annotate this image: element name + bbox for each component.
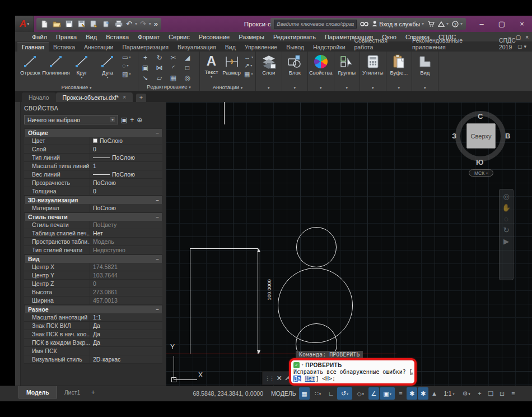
scroll-up-icon[interactable]: ▲ <box>410 370 413 376</box>
ribbon-tab[interactable]: Главная <box>17 42 49 52</box>
property-row[interactable]: Центр Y 103.7644 <box>24 271 162 280</box>
scale-tool-icon[interactable]: ▱ <box>157 74 162 82</box>
chevron-down-icon[interactable]: ▾ <box>301 363 304 367</box>
toolbar-more-icon[interactable]: » <box>154 20 158 29</box>
viewcube-north[interactable]: С <box>478 112 483 121</box>
show-motion-icon[interactable]: ▶ <box>503 238 509 245</box>
menu-item[interactable]: Файл <box>27 32 52 42</box>
property-row[interactable]: Масштаб аннотаций 1:1 <box>24 313 162 322</box>
panel-title-annotation[interactable]: Аннотации ▾ <box>200 84 255 91</box>
orbit-icon[interactable]: ↻ <box>503 226 510 234</box>
property-row[interactable]: Цвет ПоСлою <box>24 137 162 145</box>
hardware-acceleration-icon[interactable]: ⊡ ▾ <box>497 387 507 400</box>
viewcube-south[interactable]: Ю <box>476 158 483 166</box>
utilities-panel-button[interactable]: Утилиты▾ <box>360 52 386 91</box>
layers-panel-button[interactable]: Слои▾ <box>256 52 282 91</box>
ellipse-tool-icon[interactable]: ◌ ▾ <box>122 62 130 70</box>
close-icon[interactable]: × <box>277 373 282 383</box>
menu-item[interactable]: Сервис <box>164 32 194 42</box>
command-check-icon[interactable]: ✓ <box>293 362 300 368</box>
menu-item[interactable]: Вставка <box>101 32 133 42</box>
drawing-canvas[interactable]: 100.0000 Y X С З В Ю Сверху МСК▾ ◎✋◌↻▶ К… <box>166 102 532 386</box>
ribbon-tab[interactable]: Вид <box>221 43 240 52</box>
property-row[interactable]: Тип стилей печати Недоступно <box>24 246 162 254</box>
fillet-tool-icon[interactable]: ◜ <box>172 64 175 72</box>
dimension-tool-button[interactable]: Размер <box>221 54 242 76</box>
print-icon[interactable] <box>114 20 123 29</box>
minimize-button[interactable]: – <box>472 16 492 32</box>
panel-title-draw[interactable]: Рисование ▾ <box>15 84 138 91</box>
close-button[interactable]: × <box>512 16 532 32</box>
undo-icon[interactable]: ↶ <box>126 20 132 29</box>
grid-display-icon[interactable]: ▦ ▾ <box>299 387 310 400</box>
model-space-tab[interactable]: Модель <box>18 386 57 399</box>
maximize-button[interactable]: ▢ <box>492 16 512 32</box>
ribbon-tab[interactable]: Совместная работа <box>350 36 408 52</box>
annotation-scale-flag-icon[interactable]: ▲ ▾ <box>429 387 440 400</box>
explode-tool-icon[interactable]: □ <box>185 64 189 72</box>
chevron-down-icon[interactable]: ▾ <box>135 21 137 26</box>
option-no[interactable]: Нет <box>305 376 316 382</box>
property-row[interactable]: Пространство табли... Модель <box>24 238 162 246</box>
properties-panel-button[interactable]: Свойства▾ <box>308 52 334 91</box>
palette-grip[interactable] <box>15 102 21 386</box>
rectangle-tool-icon[interactable]: ▭ ▾ <box>122 54 130 61</box>
plot-icon[interactable] <box>89 20 99 29</box>
clipboard-panel-button[interactable]: Буфе...▾ <box>386 52 413 91</box>
status-menu-icon[interactable]: ≡ ▾ <box>508 387 519 400</box>
property-row[interactable]: ПСК в каждом Вэкр... Да <box>24 339 162 347</box>
save-icon[interactable] <box>64 20 74 29</box>
menu-item[interactable]: Рисование <box>194 32 234 42</box>
quick-select-icon[interactable]: ⊕ <box>137 116 142 124</box>
property-row[interactable]: Стиль печати ПоЦвету <box>24 221 162 229</box>
property-row[interactable]: Ширина 457.0013 <box>24 296 162 305</box>
wcs-menu-button[interactable]: МСК▾ <box>469 169 493 177</box>
property-row[interactable]: Таблица стилей печ... Нет <box>24 229 162 238</box>
layout-tab[interactable]: Лист1 <box>57 386 88 399</box>
viewcube-west[interactable]: З <box>452 132 456 140</box>
property-row[interactable]: Центр X 174.5821 <box>24 263 162 271</box>
chevron-down-icon[interactable]: ▾ <box>149 21 151 26</box>
isolate-objects-icon[interactable]: ❏ ▾ <box>486 387 496 400</box>
ribbon-tab[interactable]: Параметризация <box>118 43 174 52</box>
groups-panel-button[interactable]: Группы▾ <box>334 52 361 91</box>
rotate-tool-icon[interactable]: ↻ <box>156 54 162 62</box>
space-toggle-button[interactable]: МОДЕЛЬ <box>268 386 300 401</box>
menu-item[interactable]: Правка <box>52 32 81 42</box>
dimension-style-icon[interactable]: ↔ ▾ <box>244 54 253 61</box>
property-row[interactable]: Знак ПСК в нач. коо... Да <box>24 330 162 339</box>
a360-connect-icon[interactable]: ▾ <box>438 21 449 27</box>
block-panel-button[interactable]: Блок▾ <box>282 52 309 91</box>
menu-item[interactable]: Редактировать <box>269 32 320 42</box>
ribbon-tab[interactable]: Надстройки <box>309 43 350 52</box>
annotation-scale-button[interactable]: 1:1 ▾ <box>440 387 458 400</box>
property-row[interactable]: Масштаб типа линий 1 <box>24 162 162 170</box>
drawn-line[interactable] <box>224 102 225 124</box>
drawn-rectangle[interactable] <box>190 248 258 354</box>
menu-item[interactable]: Вид <box>81 32 101 42</box>
ribbon-tab[interactable]: Вывод <box>282 43 309 52</box>
clean-screen-icon[interactable]: + ▾ <box>474 387 485 400</box>
file-tab-start[interactable]: Начало <box>22 92 56 102</box>
help-icon[interactable]: ?▾ <box>452 21 463 27</box>
viewcube-top-face[interactable]: Сверху <box>466 123 496 149</box>
lineweight-icon[interactable]: ≡ ▾ <box>395 387 406 400</box>
move-tool-icon[interactable]: + <box>143 54 147 62</box>
ribbon-tab[interactable]: Аннотации <box>80 43 118 52</box>
snap-mode-icon[interactable]: ∷ ▾ <box>310 387 325 400</box>
menu-item[interactable]: Формат <box>133 32 164 42</box>
ortho-mode-icon[interactable]: ∟ ▾ <box>326 387 337 400</box>
app-store-cart-icon[interactable] <box>427 21 435 27</box>
steering-wheel-icon[interactable]: ◎ <box>503 193 509 201</box>
new-file-icon[interactable] <box>40 20 49 29</box>
panel-title-edit[interactable]: Редактирование ▾ <box>138 83 199 91</box>
viewcube-east[interactable]: В <box>505 132 510 140</box>
ribbon-tab[interactable]: Визуализация <box>173 43 221 52</box>
new-drawing-tab-button[interactable]: + <box>136 94 146 102</box>
annotation-visibility-icon[interactable]: ✱ ▾ <box>407 387 417 400</box>
property-row[interactable]: Знак ПСК ВКЛ Да <box>24 322 162 330</box>
isodraft-icon[interactable]: ◇ ▾ <box>353 387 368 400</box>
erase-tool-icon[interactable]: ◢ <box>185 54 190 62</box>
polyline-tool[interactable]: Полилиния ▾ <box>43 54 69 79</box>
view-panel-button[interactable]: Вид▾ <box>412 52 438 91</box>
